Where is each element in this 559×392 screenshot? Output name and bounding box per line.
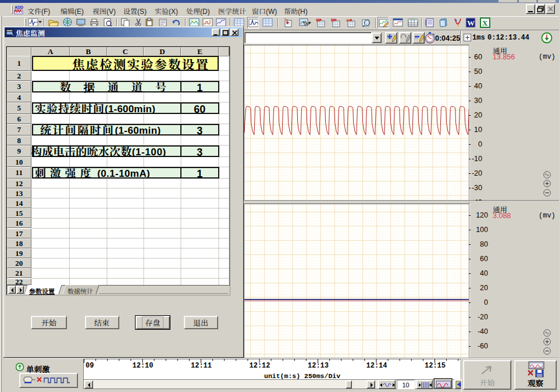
svg-text:M: M	[331, 17, 335, 23]
svg-text:X: X	[482, 19, 488, 27]
svg-text:ADD: ADD	[15, 5, 23, 9]
svg-text:W: W	[467, 19, 475, 27]
svg-text:ALL: ALL	[346, 19, 353, 22]
